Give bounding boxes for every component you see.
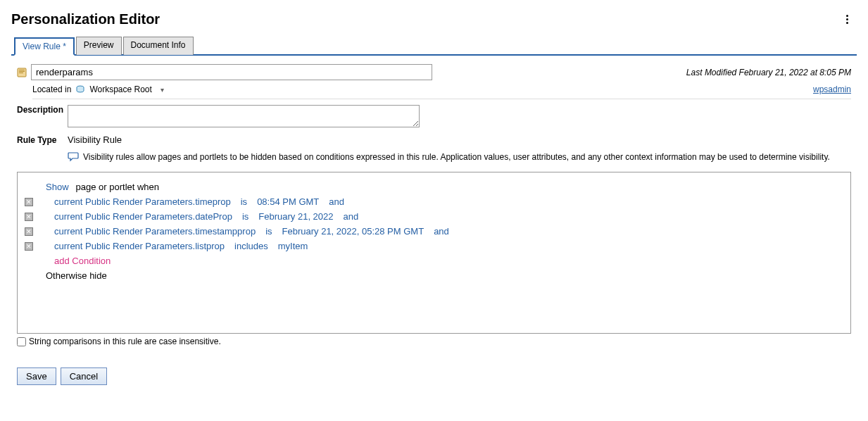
condition-join[interactable]: and	[329, 196, 344, 207]
condition-value[interactable]: February 21, 2022	[258, 211, 333, 222]
rule-type-value: Visibility Rule	[68, 134, 122, 145]
case-insensitive-checkbox[interactable]	[17, 337, 26, 346]
condition-join[interactable]: and	[344, 211, 359, 222]
condition-attribute[interactable]: current Public Render Parameters.datePro…	[54, 211, 232, 222]
condition-join[interactable]: and	[434, 226, 449, 237]
rule-editor-box: Show page or portlet when current Public…	[17, 172, 851, 334]
kebab-menu-icon[interactable]	[846, 15, 857, 24]
condition-operator[interactable]: is	[265, 226, 272, 237]
cancel-button[interactable]: Cancel	[61, 367, 107, 385]
last-modified-text: Last Modified February 21, 2022 at 8:05 …	[686, 68, 851, 77]
page-title: Personalization Editor	[11, 11, 160, 27]
svg-rect-3	[19, 73, 23, 73]
delete-condition-icon[interactable]	[25, 242, 33, 251]
delete-condition-icon[interactable]	[25, 227, 33, 236]
located-in-label: Located in	[32, 84, 71, 94]
document-icon	[17, 68, 27, 77]
delete-condition-icon[interactable]	[25, 213, 33, 221]
condition-operator[interactable]: is	[242, 211, 249, 222]
otherwise-text: Otherwise hide	[46, 270, 107, 281]
workspace-root-link[interactable]: Workspace Root	[89, 84, 151, 94]
condition-attribute[interactable]: current Public Render Parameters.timepro…	[54, 196, 231, 207]
tab-bar: View Rule * Preview Document Info	[11, 36, 857, 56]
delete-condition-icon[interactable]	[25, 198, 33, 206]
user-link[interactable]: wpsadmin	[813, 84, 851, 94]
svg-rect-1	[19, 70, 25, 70]
when-text: page or portlet when	[76, 182, 160, 192]
help-text: Visibility rules allow pages and portlet…	[83, 152, 830, 162]
save-button[interactable]: Save	[17, 367, 56, 385]
case-insensitive-label: String comparisons in this rule are case…	[29, 337, 221, 346]
tab-document-info[interactable]: Document Info	[123, 37, 194, 55]
show-action[interactable]: Show	[46, 182, 69, 192]
condition-operator[interactable]: includes	[234, 241, 268, 251]
description-label: Description	[17, 105, 68, 115]
svg-rect-2	[19, 71, 25, 72]
condition-value[interactable]: myItem	[278, 241, 308, 251]
workspace-icon	[75, 84, 85, 94]
rule-name-input[interactable]	[31, 64, 432, 80]
add-condition-link[interactable]: add Condition	[54, 256, 111, 266]
condition-value[interactable]: February 21, 2022, 05:28 PM GMT	[282, 226, 424, 237]
chevron-down-icon[interactable]: ▾	[161, 86, 164, 94]
speech-bubble-icon	[68, 152, 79, 162]
condition-attribute[interactable]: current Public Render Parameters.listpro…	[54, 241, 225, 251]
tab-view-rule[interactable]: View Rule *	[14, 37, 75, 56]
rule-type-label: Rule Type	[17, 135, 68, 145]
description-textarea[interactable]	[68, 105, 420, 127]
tab-preview[interactable]: Preview	[76, 37, 122, 55]
condition-value[interactable]: 08:54 PM GMT	[257, 196, 319, 207]
condition-operator[interactable]: is	[241, 196, 247, 207]
condition-attribute[interactable]: current Public Render Parameters.timesta…	[54, 226, 256, 237]
